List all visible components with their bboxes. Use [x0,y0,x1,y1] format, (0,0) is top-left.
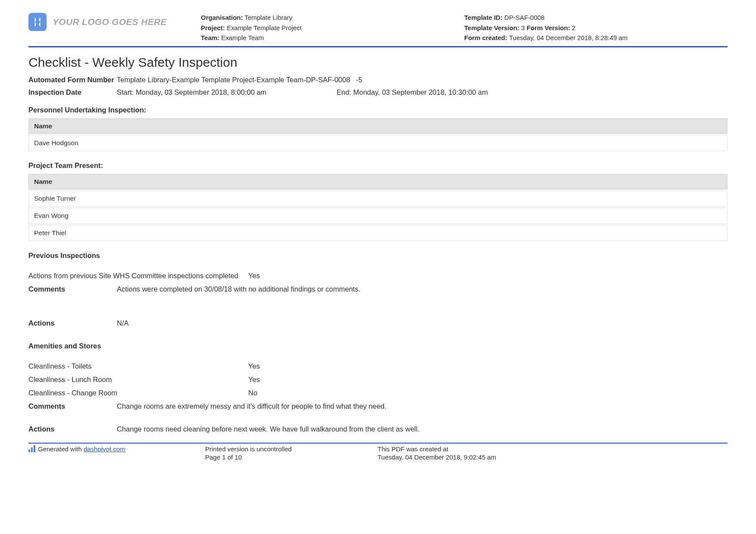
amenity-value: Yes [248,362,728,370]
previous-answer: Yes [248,272,728,280]
personnel-header: Name [28,118,728,134]
form-number-label: Automated Form Number [28,76,117,84]
personnel-section-label: Personnel Undertaking Inspection: [28,106,728,114]
amenity-row: Cleanliness - Change RoomNo [28,389,728,397]
table-row: Sophie Turner [28,190,728,207]
personnel-name: Dave Hodgson [28,135,728,151]
header-meta-left: Organisation: Template Library Project: … [201,13,464,43]
form-version-label: Form Version: [527,24,570,31]
comments-label: Comments [28,285,117,293]
footer-printed: Printed version is uncontrolled [205,445,378,453]
previous-actions-value: N/A [117,319,728,327]
amenities-comments-row: Comments Change rooms are extremely mess… [28,402,728,410]
template-id-value: DP-SAF-0008 [504,14,544,21]
actions-label: Actions [28,425,117,433]
inspection-date-row: Inspection Date Start: Monday, 03 Septem… [28,88,728,96]
amenities-section-label: Amenities and Stores [28,342,728,350]
amenities-actions-row: Actions Change rooms need cleaning befor… [28,425,728,433]
previous-actions-row: Actions N/A [28,319,728,327]
template-version-label: Template Version: [464,24,519,31]
footer-mid: Printed version is uncontrolled Page 1 o… [205,445,378,462]
form-number-row: Automated Form Number Template Library-E… [28,76,728,84]
form-version-value: 2 [572,24,575,31]
footer-right: This PDF was created at Tuesday, 04 Dece… [378,445,728,462]
template-id-label: Template ID: [464,14,503,21]
document-footer: Generated with dashpivot.com Printed ver… [28,443,728,462]
amenity-label: Cleanliness - Lunch Room [28,376,248,384]
footer-generated: Generated with [38,445,84,453]
team-value: Example Team [221,34,264,41]
team-table: Name Sophie TurnerEvan WongPeter Thiel [28,173,728,242]
previous-comments-value: Actions were completed on 30/08/18 with … [117,285,728,293]
team-name: Sophie Turner [28,190,728,207]
comments-label: Comments [28,402,117,410]
footer-left: Generated with dashpivot.com [28,445,205,462]
form-created-label: Form created: [464,34,507,41]
amenity-row: Cleanliness - Lunch RoomYes [28,376,728,384]
logo-icon [28,13,47,31]
footer-created-value: Tuesday, 04 December 2018, 9:02:45 am [378,453,728,461]
previous-question: Actions from previous Site WHS Committee… [28,272,248,280]
amenity-row: Cleanliness - ToiletsYes [28,362,728,370]
table-row: Evan Wong [28,208,728,224]
team-name: Peter Thiel [28,225,728,241]
form-created-value: Tuesday, 04 December 2018, 8:28:49 am [509,34,628,41]
footer-created-label: This PDF was created at [378,445,728,453]
inspection-date-end: End: Monday, 03 September 2018, 10:30:00… [337,88,728,96]
actions-label: Actions [28,319,117,327]
document-header: YOUR LOGO GOES HERE Organisation: Templa… [28,13,728,47]
team-name: Evan Wong [28,208,728,224]
organisation-value: Template Library [244,14,292,21]
amenity-label: Cleanliness - Change Room [28,389,248,397]
team-section-label: Project Team Present: [28,161,728,170]
inspection-date-start: Start: Monday, 03 September 2018, 8:00:0… [117,88,337,96]
header-meta-right: Template ID: DP-SAF-0008 Template Versio… [464,13,728,43]
dashpivot-icon [28,445,35,452]
logo-text: YOUR LOGO GOES HERE [53,17,167,27]
previous-comments-row: Comments Actions were completed on 30/08… [28,285,728,293]
project-label: Project: [201,24,225,31]
team-label: Team: [201,34,219,41]
footer-page: Page 1 of 10 [205,453,378,461]
inspection-date-label: Inspection Date [28,88,117,96]
previous-section-label: Previous Inspections [28,251,728,260]
table-row: Dave Hodgson [28,135,728,151]
template-version-value: 3 [521,24,525,31]
logo-area: YOUR LOGO GOES HERE [28,13,201,31]
previous-qa-row: Actions from previous Site WHS Committee… [28,272,728,280]
form-number-value: Template Library-Example Template Projec… [117,76,728,84]
amenity-value: Yes [248,376,728,384]
footer-link[interactable]: dashpivot.com [84,445,125,453]
table-row: Peter Thiel [28,225,728,241]
team-header: Name [28,174,728,189]
project-value: Example Template Project [227,24,302,31]
amenities-comments-value: Change rooms are extremely messy and it'… [117,402,728,410]
amenities-actions-value: Change rooms need cleaning before next w… [117,425,728,433]
amenity-label: Cleanliness - Toilets [28,362,248,370]
page-title: Checklist - Weekly Safety Inspection [28,55,728,70]
personnel-table: Name Dave Hodgson [28,118,728,152]
organisation-label: Organisation: [201,14,243,21]
amenity-value: No [248,389,728,397]
